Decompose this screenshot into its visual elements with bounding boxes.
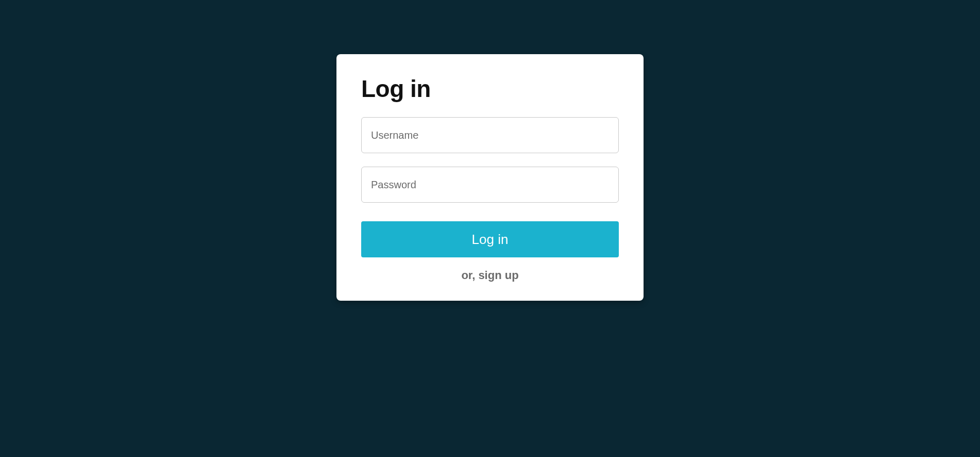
login-card: Log in Log in or, sign up [336,54,644,301]
login-button[interactable]: Log in [361,221,619,257]
login-title: Log in [361,75,619,103]
username-input[interactable] [361,117,619,153]
signup-link[interactable]: or, sign up [361,269,619,282]
password-input[interactable] [361,167,619,203]
